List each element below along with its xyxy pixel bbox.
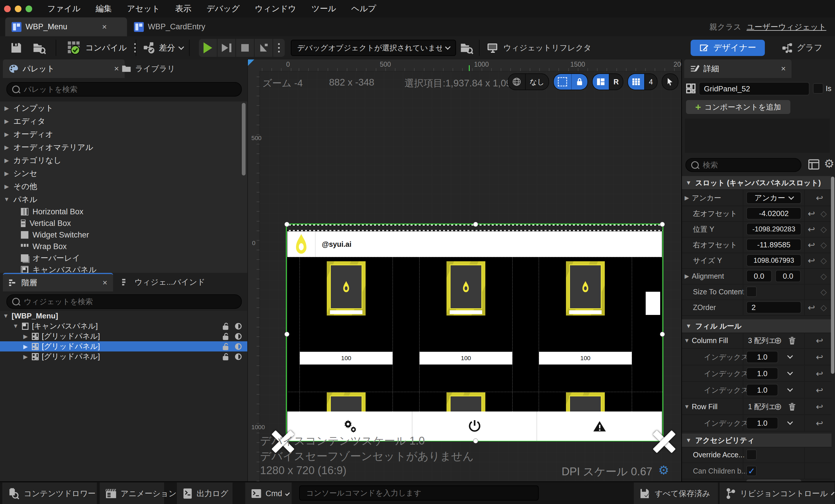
reset-icon[interactable]: ↩ [808, 302, 815, 313]
console-input-field[interactable] [299, 485, 539, 501]
logo-cell[interactable] [287, 231, 315, 257]
palette-search-input[interactable] [23, 85, 212, 94]
bind-diamond-icon[interactable]: ◇ [820, 209, 827, 218]
reset-icon[interactable]: ↩ [808, 208, 815, 219]
menu-help[interactable]: ヘルプ [351, 3, 376, 14]
warning-cell[interactable] [537, 411, 662, 441]
section-fill-rules[interactable]: ▼フィル ルール [682, 319, 832, 333]
fill-index-input[interactable]: 1.0 [746, 384, 778, 396]
palette-item-overlay[interactable]: オーバーレイ [0, 252, 247, 264]
left-offset-input[interactable]: -4.02002 [746, 207, 801, 220]
grid-snap-button[interactable] [628, 74, 644, 89]
chevron-down-icon[interactable] [787, 386, 793, 392]
close-tab-icon[interactable]: × [103, 278, 107, 287]
reset-icon[interactable]: ↩ [816, 336, 823, 346]
tab-hierarchy[interactable]: 階層 × [3, 273, 113, 291]
content-drawer-button[interactable]: コンテンツドロワー [2, 483, 97, 504]
is-variable-checkbox[interactable] [813, 83, 823, 94]
browse-debug-button[interactable] [460, 41, 473, 54]
details-settings-gear-icon[interactable]: ⚙ [824, 157, 834, 170]
menu-debug[interactable]: デバッグ [206, 3, 240, 14]
can-children-checkbox[interactable]: ✓ [746, 466, 757, 476]
add-element-icon[interactable]: ⊕ [774, 401, 782, 412]
section-slot[interactable]: ▼スロット (キャンバスパネルスロット) [682, 176, 832, 190]
unlocked-icon[interactable] [222, 343, 229, 350]
bind-diamond-icon[interactable]: ◇ [820, 271, 827, 281]
size-y-input[interactable]: 1098.067993 [746, 254, 801, 266]
fill-index-input[interactable]: 1.0 [746, 351, 778, 363]
cmd-dropdown[interactable]: Cmd [245, 483, 292, 504]
reset-icon[interactable]: ↩ [816, 402, 823, 412]
designer-mode-button[interactable]: デザイナー [691, 40, 765, 56]
tab-widget-bind[interactable]: ウィジェ...バインド [116, 273, 232, 291]
details-search-input[interactable] [702, 160, 784, 170]
trash-icon[interactable] [788, 336, 796, 345]
bind-diamond-icon[interactable]: ◇ [820, 256, 827, 265]
tab-library[interactable]: ライブラリ [116, 59, 215, 78]
tab-details[interactable]: 詳細 × [684, 59, 792, 78]
reset-icon[interactable]: ↩ [808, 240, 815, 250]
unlocked-icon[interactable] [222, 322, 229, 330]
card-widget-row2[interactable] [566, 392, 605, 411]
close-tab-icon[interactable]: × [781, 64, 786, 73]
palette-search[interactable] [6, 82, 242, 97]
palette-category-input[interactable]: ▶インプット [0, 101, 247, 115]
widget-header[interactable]: @syui.ai [287, 231, 662, 257]
palette-item-canvas-panel[interactable]: キャンバスパネル [0, 264, 247, 273]
card-widget[interactable] [327, 261, 366, 316]
palette-item-widget-switcher[interactable]: Widget Switcher [0, 229, 247, 241]
reset-icon[interactable]: ↩ [816, 418, 823, 428]
compile-button[interactable]: コンパイル [67, 40, 136, 55]
trash-icon[interactable] [788, 402, 796, 411]
save-button[interactable] [10, 41, 23, 54]
visibility-icon[interactable] [235, 322, 242, 330]
grid-snap-size[interactable]: 4 [644, 74, 657, 89]
details-search[interactable] [686, 158, 801, 172]
revision-control-button[interactable]: リビジョンコントロール [719, 483, 834, 504]
reset-icon[interactable]: ↩ [816, 385, 823, 395]
card-widget[interactable] [447, 261, 485, 316]
chevron-down-icon[interactable] [787, 353, 793, 359]
fill-index-input[interactable]: 1.0 [746, 417, 778, 429]
details-scrollbar[interactable] [831, 177, 834, 374]
palette-category-uncategorized[interactable]: ▶カテゴリなし [0, 154, 247, 167]
parent-class-link[interactable]: ユーザーウィジェット [747, 22, 826, 32]
zorder-input[interactable]: 2 [746, 301, 801, 314]
palette-category-panel[interactable]: ▼パネル [0, 193, 247, 206]
widget-card-grid[interactable]: 100 100 [287, 257, 662, 411]
diff-button[interactable]: 差分 [143, 40, 183, 55]
selection-outline-button[interactable] [554, 74, 571, 89]
palette-item-horizontal-box[interactable]: Horizontal Box [0, 206, 247, 218]
pos-y-input[interactable]: -1098.290283 [746, 223, 801, 235]
menu-file[interactable]: ファイル [47, 3, 81, 14]
bind-diamond-icon[interactable]: ◇ [820, 287, 827, 297]
palette-item-vertical-box[interactable]: Vertical Box [0, 218, 247, 229]
play-button[interactable] [199, 39, 218, 57]
add-component-button[interactable]: + コンポーネントを追加 [686, 100, 790, 114]
dpi-settings-gear-icon[interactable]: ⚙ [658, 463, 669, 477]
section-accessibility[interactable]: ▼アクセシビリティ [682, 434, 832, 447]
anchor-dropdown[interactable]: アンカー [746, 192, 801, 204]
localization-none-button[interactable]: なし [525, 74, 549, 89]
frame-skip-button[interactable] [218, 39, 236, 57]
console-input[interactable] [306, 488, 527, 498]
power-cell[interactable] [412, 411, 537, 441]
visibility-icon[interactable] [235, 353, 242, 360]
tree-item-grid-panel-1-selected[interactable]: ▶ [グリッドパネル] [0, 341, 247, 351]
layout-button[interactable] [593, 74, 609, 89]
close-window-button[interactable] [4, 5, 11, 12]
play-options-icon[interactable] [273, 39, 285, 57]
card-value-bar[interactable]: 100 [539, 352, 632, 364]
debug-object-dropdown[interactable]: デバッグオブジェクトが選択されていません [291, 40, 456, 56]
menu-asset[interactable]: アセット [127, 3, 160, 14]
tab-palette[interactable]: パレット × [3, 59, 125, 78]
resize-handle[interactable] [660, 222, 665, 227]
reset-icon[interactable]: ↩ [816, 193, 823, 203]
bind-diamond-icon[interactable]: ◇ [820, 303, 827, 312]
menu-window[interactable]: ウィンドウ [255, 3, 296, 14]
browse-asset-button[interactable] [33, 41, 46, 54]
unlocked-icon[interactable] [222, 332, 229, 340]
card-widget-row2[interactable] [447, 392, 485, 411]
reset-icon[interactable]: ↩ [816, 368, 823, 379]
tree-item-wbp-menu[interactable]: ▼[WBP_Menu] [0, 311, 247, 321]
